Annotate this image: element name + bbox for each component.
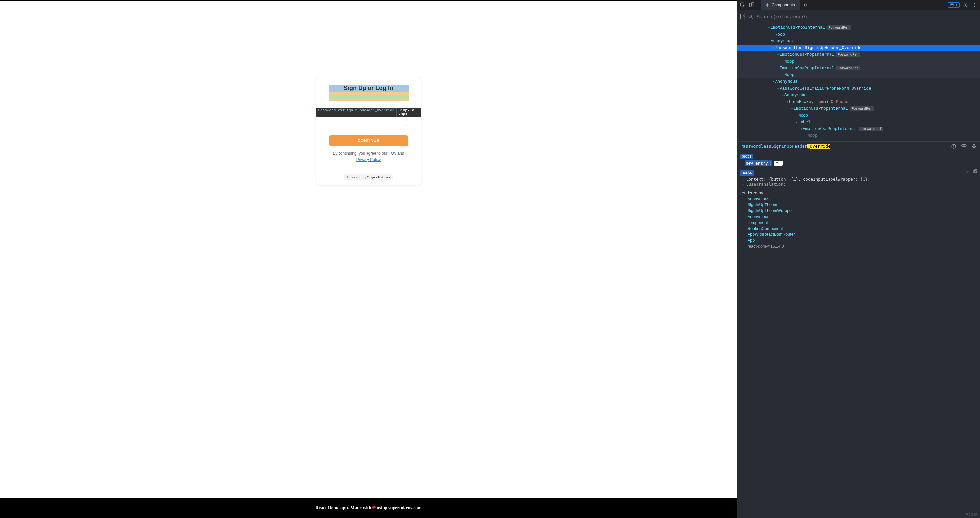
tree-row-noop[interactable]: ▾Noop: [737, 112, 980, 119]
caret-icon[interactable]: ▾: [795, 120, 798, 124]
issues-badge[interactable]: 1: [948, 2, 959, 8]
component-label: Anonymous: [784, 93, 807, 97]
tree-row-passwordlesssigninupheader-override[interactable]: ▾PasswordlessSignInUpHeader_Override: [737, 45, 980, 52]
tree-row-noop[interactable]: ▾Noop: [737, 72, 980, 79]
caret-icon[interactable]: ▾: [776, 66, 780, 70]
component-tree[interactable]: ▾EmotionCssPropInternalForwardRef▾Noop▾A…: [737, 23, 980, 141]
caret-icon[interactable]: ▾: [790, 107, 794, 111]
new-entry-value[interactable]: "": [774, 161, 783, 166]
rendered-by-item[interactable]: App: [748, 238, 977, 243]
issues-count: 1: [955, 3, 957, 7]
signinup-header-highlight: Sign Up or Log In: [329, 85, 409, 101]
forwardref-badge: ForwardRef: [850, 106, 874, 111]
rendered-by-item[interactable]: SignInUpTheme: [748, 203, 977, 207]
page-footer: React Demo app. Made with ❤ using supert…: [0, 498, 737, 518]
footer-pre: React Demo app. Made with: [315, 505, 371, 511]
inspect-element-icon[interactable]: [739, 1, 746, 9]
component-label: Anonymous: [775, 79, 797, 84]
caret-icon[interactable]: ▾: [776, 87, 780, 91]
powered-brand: SuperTokens: [367, 175, 390, 179]
tree-row-anonymous[interactable]: ▾Anonymous: [737, 38, 980, 45]
tree-row-noop[interactable]: ▾Noop: [737, 58, 980, 65]
caret-icon[interactable]: ▾: [767, 39, 770, 43]
rendered-by-item[interactable]: SignInUpThemeWrapper: [748, 208, 977, 213]
name-pre: PasswordlessSignInUpHeader: [740, 144, 807, 149]
new-entry-label: new entry: [746, 161, 768, 166]
caret-icon[interactable]: ▾: [772, 46, 775, 50]
svg-rect-4: [951, 4, 953, 5]
details-header: PasswordlessSignInUpHeader_Override: [737, 141, 980, 151]
caret-icon[interactable]: ▾: [781, 93, 784, 97]
tree-row-anonymous[interactable]: ▾Anonymous: [737, 78, 980, 85]
tree-row-emotioncsspropinternal[interactable]: ▾EmotionCssPropInternalForwardRef: [737, 51, 980, 58]
props-title: props: [740, 154, 753, 159]
svg-rect-15: [974, 170, 976, 173]
tree-row-noop[interactable]: ▾Noop: [737, 132, 980, 139]
log-to-console-icon[interactable]: [971, 144, 977, 149]
component-label: EmotionCssPropInternal: [770, 25, 825, 30]
tree-row-passwordlessemailorphoneform-override[interactable]: ▾PasswordlessEmailOrPhoneForm_Override: [737, 85, 980, 92]
caret-icon[interactable]: ▾: [800, 127, 803, 131]
caret-icon[interactable]: ▾: [776, 53, 780, 57]
tree-row-anonymous[interactable]: ▾Anonymous: [737, 92, 980, 99]
signinup-title: Sign Up or Log In: [344, 85, 393, 92]
component-label: Noop: [798, 113, 808, 118]
components-tab[interactable]: ⚛ Components: [761, 0, 800, 10]
view-source-icon[interactable]: [961, 144, 967, 149]
rendered-by-item[interactable]: AppWithReactDomRouter: [748, 232, 977, 237]
tree-row-emotioncsspropinternal[interactable]: ▾EmotionCssPropInternalForwardRef: [737, 24, 980, 31]
highlight-padding-1: [329, 92, 409, 95]
copy-icon[interactable]: [973, 169, 977, 174]
svg-point-9: [749, 15, 752, 18]
usetranslation-hook-row[interactable]: ▸.useTranslation:: [740, 182, 977, 187]
devtools-topbar: ⚛ Components 1: [737, 0, 980, 10]
device-toggle-icon[interactable]: [748, 1, 756, 9]
tree-row-noop[interactable]: ▾Noop: [737, 31, 980, 38]
activate-windows-watermark: Activa: [966, 512, 977, 517]
tree-row-formrow[interactable]: ▾FormRow key="emailOrPhone": [737, 99, 980, 106]
component-label: Noop: [784, 59, 794, 64]
component-label: Noop: [784, 73, 794, 77]
highlight-padding-2: [329, 95, 409, 99]
svg-rect-1: [750, 3, 752, 7]
tree-row-emotioncsspropinternal[interactable]: ▾EmotionCssPropInternalForwardRef: [737, 126, 980, 133]
react-logo-icon: ⚛: [765, 3, 770, 8]
rendered-by-item[interactable]: component: [748, 220, 977, 225]
privacy-link[interactable]: Privacy Policy: [356, 157, 381, 162]
caret-icon[interactable]: ▾: [772, 80, 775, 84]
svg-point-13: [972, 146, 974, 148]
legal-pre: By continuing, you agree to our: [332, 151, 388, 156]
magic-wand-icon[interactable]: [965, 169, 969, 174]
search-icon: [748, 14, 753, 19]
overflow-tabs-icon[interactable]: [802, 1, 809, 9]
prop-kv: key="emailOrPhone": [807, 100, 851, 104]
heart-icon: ❤: [371, 505, 377, 511]
rendered-by-item[interactable]: Anonymous: [748, 197, 977, 201]
tos-link[interactable]: TOS: [388, 151, 396, 156]
caret-icon[interactable]: ▾: [786, 100, 789, 104]
tree-row-emotioncsspropinternal[interactable]: ▾EmotionCssPropInternalForwardRef: [737, 105, 980, 112]
component-label: PasswordlessSignInUpHeader_Override: [775, 46, 862, 50]
caret-icon[interactable]: ▾: [767, 26, 770, 30]
react-dom-version: react-dom@16.14.0: [748, 244, 977, 249]
more-icon[interactable]: [971, 1, 978, 9]
tree-row-emotioncsspropinternal[interactable]: ▾EmotionCssPropInternalForwardRef: [737, 65, 980, 72]
context-hook-row[interactable]: ▸Context: {button: {…}, codeInputLabelWr…: [740, 177, 977, 182]
tree-row-label[interactable]: ▾Label: [737, 119, 980, 126]
svg-rect-16: [974, 170, 977, 172]
footer-post: using supertokens.com: [377, 505, 422, 511]
details-tools: [951, 144, 977, 149]
settings-icon[interactable]: [962, 1, 969, 9]
suspend-icon[interactable]: [951, 144, 956, 149]
select-element-icon[interactable]: [740, 14, 741, 19]
component-search-input[interactable]: [756, 14, 977, 19]
rendered-by-item[interactable]: RoutingComponent: [748, 226, 977, 231]
selected-component-name: PasswordlessSignInUpHeader_Override: [740, 144, 830, 149]
new-entry-colon: :: [768, 160, 772, 166]
legal-and: and: [398, 151, 404, 156]
component-label: Noop: [807, 133, 817, 138]
new-entry-row[interactable]: new entry:"": [740, 161, 977, 166]
context-line: Context: {button: {…}, codeInputLabelWra…: [746, 177, 870, 182]
rendered-by-item[interactable]: Anonymous: [748, 215, 977, 219]
continue-button[interactable]: CONTINUE: [329, 135, 408, 146]
